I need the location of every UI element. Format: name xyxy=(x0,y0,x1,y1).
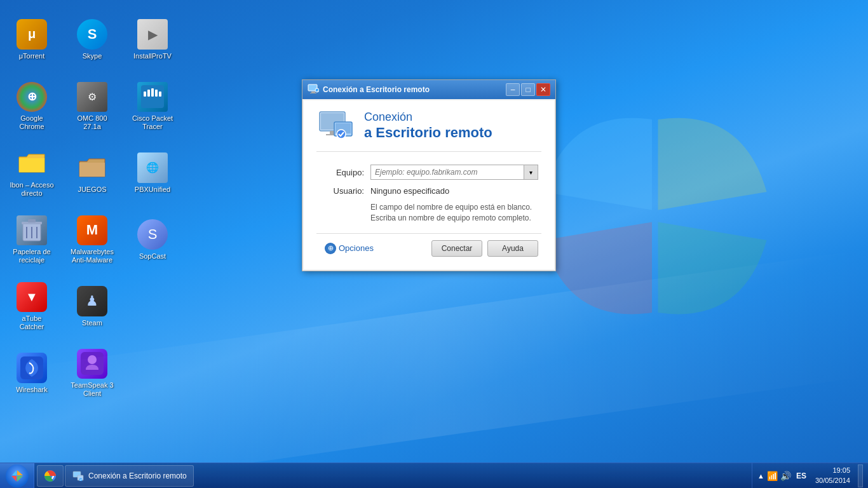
desktop-icon-skype[interactable]: S Skype xyxy=(67,13,118,67)
equipo-input[interactable] xyxy=(370,165,524,180)
opciones-label: Opciones xyxy=(339,243,374,253)
ibon-icon xyxy=(17,149,47,179)
desktop-icon-atube[interactable]: ▼ aTube Catcher xyxy=(6,280,57,334)
taskbar-right: ▲ 📶 🔊 ES 19:05 30/05/2014 xyxy=(752,463,868,489)
start-orb xyxy=(6,464,29,487)
desktop-icon-pbx[interactable]: 🌐 PBXUnified xyxy=(127,146,178,200)
trash-label: Papelera de reciclaje xyxy=(9,248,55,264)
equipo-input-wrapper: ▾ xyxy=(370,165,538,180)
svg-rect-5 xyxy=(159,92,161,97)
malware-label: Malwarebytes Anti-Malware xyxy=(69,248,115,264)
desktop-icon-trash[interactable]: Papelera de reciclaje xyxy=(6,213,57,267)
svg-rect-17 xyxy=(310,93,316,93)
svg-rect-1 xyxy=(144,92,146,97)
taskbar-item-rdp[interactable]: Conexión a Escritorio remoto xyxy=(65,465,194,487)
desktop-icon-utorrent[interactable]: μ μTorrent xyxy=(6,13,57,67)
show-desktop-button[interactable] xyxy=(858,464,863,487)
usuario-row: Usuario: Ninguno especificado xyxy=(320,186,538,196)
desktop: μ μTorrent S Skype ▶ InstallProTV ⊕ Goog… xyxy=(0,0,868,488)
omc-label: OMC 800 27.1a xyxy=(69,114,115,131)
atube-icon: ▼ xyxy=(17,282,47,312)
equipo-label: Equipo: xyxy=(320,168,364,177)
desktop-icon-sopcast[interactable]: S SopCast xyxy=(127,213,178,267)
rdp-content: Conexión a Escritorio remoto Equipo: ▾ U… xyxy=(304,100,554,269)
chrome-label: Google Chrome xyxy=(9,114,55,131)
usuario-value: Ninguno especificado xyxy=(370,186,449,196)
omc-icon: ⚙ xyxy=(77,82,107,112)
desktop-icon-juegos[interactable]: JUEGOS xyxy=(67,146,118,200)
language-indicator[interactable]: ES xyxy=(794,470,809,482)
svg-rect-16 xyxy=(311,92,315,93)
desktop-icon-ibon[interactable]: Ibon – Acceso directo xyxy=(6,146,57,200)
atube-label: aTube Catcher xyxy=(9,315,55,331)
rdp-header-icon xyxy=(316,110,355,142)
steam-label: Steam xyxy=(82,319,102,327)
rdp-title-sub: a Escritorio remoto xyxy=(364,125,541,141)
tray-volume-icon: 🔊 xyxy=(780,471,791,481)
skype-icon: S xyxy=(77,19,107,50)
taskbar-items: Conexión a Escritorio remoto xyxy=(34,465,752,487)
minimize-button[interactable]: – xyxy=(506,83,520,96)
desktop-icon-omc[interactable]: ⚙ OMC 800 27.1a xyxy=(67,79,118,133)
utorrent-icon: μ xyxy=(17,19,47,50)
svg-rect-2 xyxy=(147,90,150,97)
rdp-header: Conexión a Escritorio remoto xyxy=(316,110,541,152)
form-hint: El campo del nombre de equipo está en bl… xyxy=(370,202,538,224)
ayuda-button[interactable]: Ayuda xyxy=(487,240,538,257)
clock-date: 30/05/2014 xyxy=(815,476,850,485)
desktop-icon-installprotv[interactable]: ▶ InstallProTV xyxy=(127,13,178,67)
chrome-icon: ⊕ xyxy=(17,82,47,112)
installprotv-icon: ▶ xyxy=(137,19,168,50)
juegos-icon xyxy=(77,152,107,183)
svg-rect-3 xyxy=(151,88,154,97)
taskbar-rdp-icon xyxy=(72,470,85,482)
equipo-row: Equipo: ▾ xyxy=(320,165,538,180)
desktop-icon-cisco[interactable]: Cisco Packet Tracer xyxy=(127,79,178,133)
rdp-header-titles: Conexión a Escritorio remoto xyxy=(364,111,541,141)
svg-rect-4 xyxy=(155,90,158,97)
svg-text:✓: ✓ xyxy=(316,89,319,93)
start-button[interactable] xyxy=(0,463,34,489)
trash-icon xyxy=(17,215,47,245)
utorrent-label: μTorrent xyxy=(19,52,45,60)
desktop-icon-steam[interactable]: ♟ Steam xyxy=(67,280,118,334)
pbx-icon: 🌐 xyxy=(137,152,168,183)
svg-rect-8 xyxy=(28,219,36,222)
cisco-icon xyxy=(137,82,168,112)
equipo-dropdown-arrow[interactable]: ▾ xyxy=(524,165,538,180)
clock-time: 19:05 xyxy=(815,466,850,475)
desktop-icon-chrome[interactable]: ⊕ Google Chrome xyxy=(6,79,57,133)
usuario-label: Usuario: xyxy=(320,186,364,196)
ibon-label: Ibon – Acceso directo xyxy=(9,181,55,198)
taskbar-item-chrome[interactable] xyxy=(37,465,64,487)
taskbar: Conexión a Escritorio remoto ▲ 📶 🔊 ES 19… xyxy=(0,463,868,488)
installprotv-label: InstallProTV xyxy=(133,52,172,60)
rdp-titlebar-icon: ✓ xyxy=(308,84,319,95)
maximize-button[interactable]: □ xyxy=(521,83,535,96)
taskbar-chrome-icon xyxy=(44,470,57,482)
window-controls: – □ ✕ xyxy=(506,83,550,96)
rdp-title-text: Conexión a Escritorio remoto xyxy=(323,85,502,94)
rdp-form: Equipo: ▾ Usuario: Ninguno especificado … xyxy=(316,165,541,224)
conectar-button[interactable]: Conectar xyxy=(431,240,482,257)
rdp-dialog: ✓ Conexión a Escritorio remoto – □ ✕ xyxy=(302,79,556,271)
opciones-button[interactable]: ⊕ Opciones xyxy=(320,240,379,257)
rdp-footer: ⊕ Opciones Conectar Ayuda xyxy=(316,233,541,260)
close-button[interactable]: ✕ xyxy=(536,83,550,96)
svg-point-26 xyxy=(337,130,346,139)
system-tray-icons: ▲ 📶 🔊 xyxy=(757,471,791,481)
steam-icon: ♟ xyxy=(77,286,107,316)
clock: 19:05 30/05/2014 xyxy=(811,466,854,485)
juegos-label: JUEGOS xyxy=(78,186,106,194)
rdp-title-main: Conexión xyxy=(364,111,541,125)
rdp-titlebar: ✓ Conexión a Escritorio remoto – □ ✕ xyxy=(302,80,555,99)
cisco-label: Cisco Packet Tracer xyxy=(130,114,175,131)
tray-network-icon: 📶 xyxy=(767,471,778,481)
sopcast-icon: S xyxy=(137,219,168,250)
desktop-icon-malware[interactable]: M Malwarebytes Anti-Malware xyxy=(67,213,118,267)
sopcast-label: SopCast xyxy=(139,252,166,261)
malware-icon: M xyxy=(77,215,107,245)
taskbar-rdp-label: Conexión a Escritorio remoto xyxy=(88,471,187,480)
tray-arrow-icon[interactable]: ▲ xyxy=(757,472,764,480)
pbx-label: PBXUnified xyxy=(135,186,170,194)
